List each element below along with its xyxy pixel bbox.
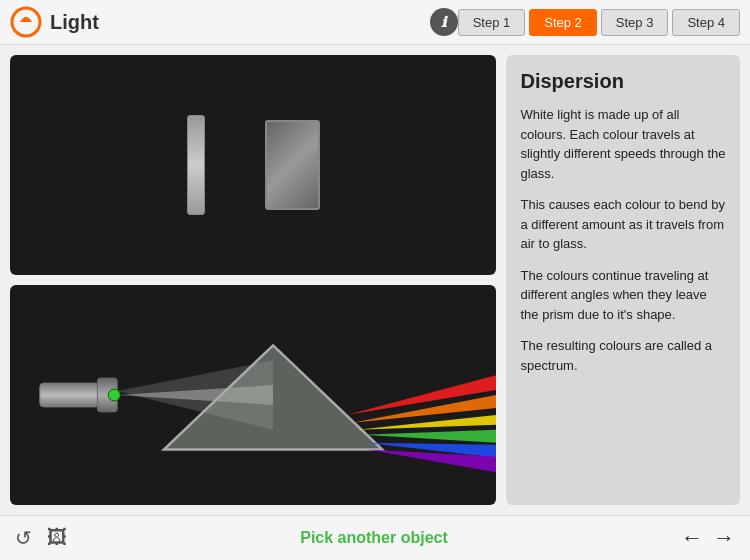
step-1-button[interactable]: Step 1 bbox=[458, 9, 526, 36]
steps-nav: Step 1 Step 2 Step 3 Step 4 bbox=[458, 9, 740, 36]
info-paragraph-4: The resulting colours are called a spect… bbox=[520, 336, 726, 375]
step-4-button[interactable]: Step 4 bbox=[672, 9, 740, 36]
header: Light ℹ Step 1 Step 2 Step 3 Step 4 bbox=[0, 0, 750, 45]
logo-icon bbox=[10, 6, 42, 38]
svg-marker-10 bbox=[362, 430, 496, 443]
app-title: Light bbox=[50, 11, 310, 34]
bottom-demo-panel bbox=[10, 285, 496, 505]
info-button[interactable]: ℹ bbox=[430, 8, 458, 36]
pick-object-label[interactable]: Pick another object bbox=[300, 529, 448, 547]
footer-nav-arrows: ← → bbox=[681, 525, 735, 551]
next-arrow[interactable]: → bbox=[713, 525, 735, 551]
info-paragraph-2: This causes each colour to bend by a dif… bbox=[520, 195, 726, 254]
info-panel: Dispersion White light is made up of all… bbox=[506, 55, 740, 505]
footer: ↺ 🖼 Pick another object ← → bbox=[0, 515, 750, 560]
top-demo-panel bbox=[10, 55, 496, 275]
left-panels bbox=[10, 55, 496, 505]
step-3-button[interactable]: Step 3 bbox=[601, 9, 669, 36]
main-content: Dispersion White light is made up of all… bbox=[0, 45, 750, 515]
refresh-icon[interactable]: ↺ bbox=[15, 526, 32, 550]
svg-rect-1 bbox=[40, 383, 100, 407]
step-2-button[interactable]: Step 2 bbox=[529, 9, 597, 36]
vertical-bar-object bbox=[187, 115, 205, 215]
footer-left-icons: ↺ 🖼 bbox=[15, 526, 67, 550]
rect-object bbox=[265, 120, 320, 210]
info-paragraph-3: The colours continue traveling at differ… bbox=[520, 266, 726, 325]
dispersion-heading: Dispersion bbox=[520, 70, 726, 93]
svg-marker-9 bbox=[357, 415, 496, 430]
object-select-icon[interactable]: 🖼 bbox=[47, 526, 67, 550]
info-paragraph-1: White light is made up of all colours. E… bbox=[520, 105, 726, 183]
light-scene bbox=[10, 285, 496, 505]
prev-arrow[interactable]: ← bbox=[681, 525, 703, 551]
